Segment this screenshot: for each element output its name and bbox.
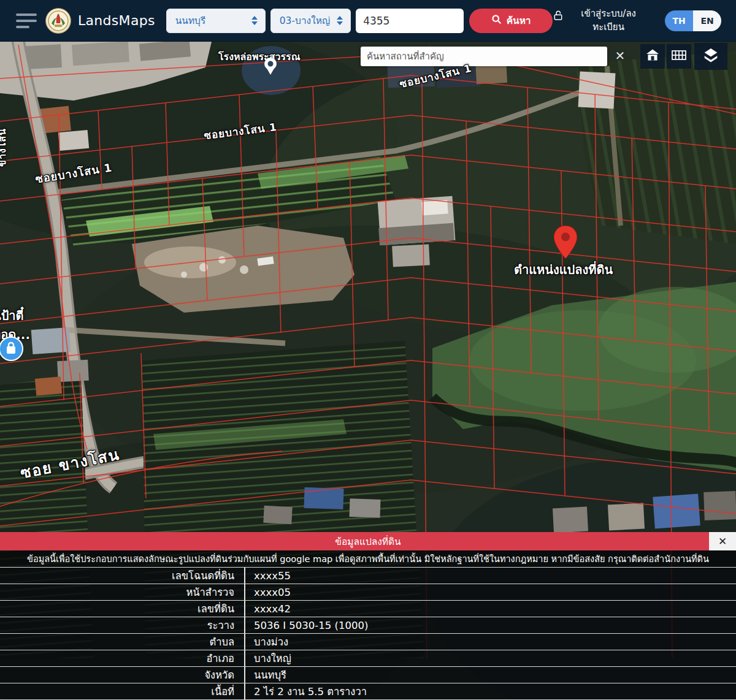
language-toggle[interactable]: TH EN [665,10,721,31]
row-label: ระวาง [0,617,245,633]
table-row: จังหวัด นนทบุรี [0,667,736,683]
panel-header: ข้อมูลแปลงที่ดิน ✕ [0,532,736,550]
layers-icon [702,47,719,66]
landsmaps-app: ✕ โรงหล่อพระสุวรรณ นป้าตี๋ ทอด... [0,0,736,700]
top-navbar: LandsMaps นนทบุรี 03-บางใหญ่ ค้นหา เข้าส… [0,0,736,42]
road-label-left-edge: ขางโสน [0,128,10,167]
parcel-table: เลขโฉนดที่ดิน xxxx55 หน้าสำรวจ xxxx05 เล… [0,567,736,700]
map-search-input[interactable] [361,47,607,66]
search-icon [491,14,502,27]
row-label: เนื้อที่ [0,683,245,699]
table-row: เลขที่ดิน xxxx42 [0,601,736,617]
login-label: เข้าสู่ระบบ/ลงทะเบียน [568,7,649,34]
row-value: 2 ไร่ 2 งาน 5.5 ตารางวา [245,683,736,699]
row-value: บางใหญ่ [245,650,736,666]
grid-icon [671,48,687,64]
table-row: อำเภอ บางใหญ่ [0,650,736,667]
layers-button[interactable] [694,43,727,70]
search-button[interactable]: ค้นหา [469,9,553,33]
poi-pin-icon[interactable] [260,55,281,82]
disclaimer-text: ข้อมูลนี้เพื่อใช้ประกอบการแสดงลักษณะรูปแ… [0,550,736,567]
district-select-value: 03-บางใหญ่ [280,13,330,28]
shop-pin-icon[interactable] [0,336,24,362]
province-select-value: นนทบุรี [175,13,206,28]
row-label: จังหวัด [0,667,245,683]
home-button[interactable] [640,44,665,69]
home-icon [645,48,660,65]
table-row: หน้าสำรวจ xxxx05 [0,584,736,601]
search-button-label: ค้นหา [507,13,531,28]
row-value: บางม่วง [245,634,736,650]
row-label: เลขที่ดิน [0,601,245,617]
parcel-info-panel: ข้อมูลแปลงที่ดิน ✕ ข้อมูลนี้เพื่อใช้ประก… [0,532,736,700]
row-value: 5036 I 5030-15 (1000) [245,617,736,633]
province-select[interactable]: นนทบุรี [166,9,266,33]
row-label: ตำบล [0,634,245,650]
department-of-lands-logo [45,8,71,34]
parcel-marker-pin[interactable] [554,226,577,259]
lang-en-button[interactable]: EN [693,10,721,31]
map-search-close-icon[interactable]: ✕ [612,47,628,64]
district-select[interactable]: 03-บางใหญ่ [270,9,351,33]
row-value: นนทบุรี [245,667,736,683]
chevron-updown-icon [337,16,343,25]
row-value: xxxx05 [245,584,736,600]
parcel-number-input[interactable] [356,9,464,33]
row-label: หน้าสำรวจ [0,584,245,600]
login-link[interactable]: เข้าสู่ระบบ/ลงทะเบียน [553,7,649,34]
table-row: ระวาง 5036 I 5030-15 (1000) [0,617,736,634]
chevron-updown-icon [251,16,258,25]
parcel-marker-label: ตำแหน่งแปลงที่ดิน [514,260,613,280]
poi-foundry-label: โรงหล่อพระสุวรรณ [218,49,300,64]
row-value: xxxx42 [245,601,736,617]
table-row: เนื้อที่ 2 ไร่ 2 งาน 5.5 ตารางวา [0,683,736,700]
hamburger-menu-icon[interactable] [16,13,37,28]
lock-icon [553,9,564,24]
lang-th-button[interactable]: TH [665,10,693,31]
table-row: เลขโฉนดที่ดิน xxxx55 [0,567,736,584]
brand-title: LandsMaps [78,13,155,28]
panel-close-icon[interactable]: ✕ [709,532,736,550]
panel-title: ข้อมูลแปลงที่ดิน [335,534,401,549]
row-value: xxxx55 [245,568,736,584]
row-label: อำเภอ [0,650,245,666]
grid-view-button[interactable] [667,44,691,69]
table-row: ตำบล บางม่วง [0,634,736,650]
row-label: เลขโฉนดที่ดิน [0,568,245,584]
